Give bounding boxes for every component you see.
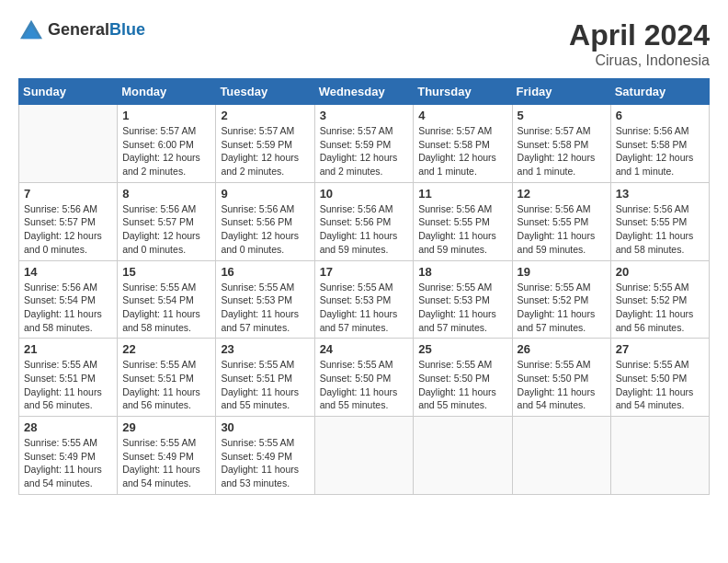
calendar-cell [610, 417, 709, 495]
calendar-cell: 21Sunrise: 5:55 AMSunset: 5:51 PMDayligh… [19, 339, 118, 417]
day-number: 17 [320, 265, 409, 279]
calendar-cell: 12Sunrise: 5:56 AMSunset: 5:55 PMDayligh… [512, 182, 610, 260]
logo: GeneralBlue [18, 18, 145, 40]
day-number: 14 [24, 265, 112, 279]
day-detail: Sunrise: 5:55 AMSunset: 5:51 PMDaylight:… [122, 358, 210, 412]
calendar-cell: 23Sunrise: 5:55 AMSunset: 5:51 PMDayligh… [216, 339, 314, 417]
day-detail: Sunrise: 5:55 AMSunset: 5:54 PMDaylight:… [122, 281, 210, 335]
calendar-cell: 30Sunrise: 5:55 AMSunset: 5:49 PMDayligh… [216, 417, 314, 495]
day-detail: Sunrise: 5:55 AMSunset: 5:49 PMDaylight:… [122, 436, 210, 490]
calendar-cell: 26Sunrise: 5:55 AMSunset: 5:50 PMDayligh… [512, 339, 610, 417]
header-tuesday: Tuesday [216, 79, 314, 105]
calendar-cell: 22Sunrise: 5:55 AMSunset: 5:51 PMDayligh… [118, 339, 216, 417]
day-detail: Sunrise: 5:55 AMSunset: 5:53 PMDaylight:… [221, 281, 309, 335]
day-detail: Sunrise: 5:56 AMSunset: 5:55 PMDaylight:… [518, 202, 606, 257]
day-detail: Sunrise: 5:57 AMSunset: 6:00 PMDaylight:… [122, 124, 210, 178]
day-detail: Sunrise: 5:55 AMSunset: 5:53 PMDaylight:… [320, 281, 409, 335]
calendar-cell: 7Sunrise: 5:56 AMSunset: 5:57 PMDaylight… [19, 182, 118, 260]
title-block: April 2024 Ciruas, Indonesia [569, 18, 710, 69]
calendar-cell: 15Sunrise: 5:55 AMSunset: 5:54 PMDayligh… [118, 260, 216, 339]
header-sunday: Sunday [19, 79, 118, 105]
day-number: 9 [221, 187, 309, 201]
day-number: 22 [122, 342, 210, 356]
day-detail: Sunrise: 5:56 AMSunset: 5:57 PMDaylight:… [24, 202, 112, 257]
calendar-cell: 24Sunrise: 5:55 AMSunset: 5:50 PMDayligh… [314, 339, 414, 417]
calendar-cell: 3Sunrise: 5:57 AMSunset: 5:59 PMDaylight… [314, 105, 414, 183]
header-monday: Monday [118, 79, 216, 105]
day-number: 8 [122, 187, 210, 201]
day-detail: Sunrise: 5:56 AMSunset: 5:58 PMDaylight:… [616, 124, 704, 178]
day-number: 7 [24, 187, 112, 201]
day-number: 26 [518, 342, 606, 356]
day-number: 10 [320, 187, 409, 201]
day-number: 25 [418, 342, 506, 356]
calendar-header: SundayMondayTuesdayWednesdayThursdayFrid… [19, 79, 710, 105]
calendar-cell [19, 105, 118, 183]
week-row-2: 7Sunrise: 5:56 AMSunset: 5:57 PMDaylight… [19, 182, 710, 260]
day-detail: Sunrise: 5:57 AMSunset: 5:59 PMDaylight:… [320, 124, 409, 178]
day-number: 23 [221, 342, 309, 356]
day-detail: Sunrise: 5:56 AMSunset: 5:54 PMDaylight:… [24, 281, 112, 335]
day-number: 3 [320, 109, 409, 122]
calendar-table: SundayMondayTuesdayWednesdayThursdayFrid… [18, 78, 710, 495]
day-number: 15 [122, 265, 210, 279]
day-detail: Sunrise: 5:56 AMSunset: 5:56 PMDaylight:… [320, 202, 409, 257]
week-row-5: 28Sunrise: 5:55 AMSunset: 5:49 PMDayligh… [19, 417, 710, 495]
calendar-cell: 8Sunrise: 5:56 AMSunset: 5:57 PMDaylight… [118, 182, 216, 260]
day-detail: Sunrise: 5:55 AMSunset: 5:50 PMDaylight:… [418, 358, 506, 412]
day-detail: Sunrise: 5:55 AMSunset: 5:51 PMDaylight:… [221, 358, 309, 412]
day-detail: Sunrise: 5:55 AMSunset: 5:49 PMDaylight:… [221, 436, 309, 490]
calendar-cell: 9Sunrise: 5:56 AMSunset: 5:56 PMDaylight… [216, 182, 314, 260]
calendar-cell: 6Sunrise: 5:56 AMSunset: 5:58 PMDaylight… [610, 105, 709, 183]
calendar-cell: 27Sunrise: 5:55 AMSunset: 5:50 PMDayligh… [610, 339, 709, 417]
day-number: 12 [518, 187, 606, 201]
day-detail: Sunrise: 5:55 AMSunset: 5:50 PMDaylight:… [518, 358, 606, 412]
day-detail: Sunrise: 5:56 AMSunset: 5:57 PMDaylight:… [122, 202, 210, 257]
logo-icon [18, 18, 44, 40]
day-number: 20 [616, 265, 704, 279]
calendar-cell [314, 417, 414, 495]
calendar-cell: 25Sunrise: 5:55 AMSunset: 5:50 PMDayligh… [414, 339, 512, 417]
calendar-cell: 5Sunrise: 5:57 AMSunset: 5:58 PMDaylight… [512, 105, 610, 183]
day-number: 11 [418, 187, 506, 201]
day-detail: Sunrise: 5:56 AMSunset: 5:55 PMDaylight:… [616, 202, 704, 257]
calendar-cell: 17Sunrise: 5:55 AMSunset: 5:53 PMDayligh… [314, 260, 414, 339]
calendar-cell [512, 417, 610, 495]
day-detail: Sunrise: 5:55 AMSunset: 5:53 PMDaylight:… [418, 281, 506, 335]
calendar-cell: 13Sunrise: 5:56 AMSunset: 5:55 PMDayligh… [610, 182, 709, 260]
day-detail: Sunrise: 5:55 AMSunset: 5:49 PMDaylight:… [24, 436, 112, 490]
day-detail: Sunrise: 5:56 AMSunset: 5:56 PMDaylight:… [221, 202, 309, 257]
calendar-cell: 4Sunrise: 5:57 AMSunset: 5:58 PMDaylight… [414, 105, 512, 183]
calendar-cell: 29Sunrise: 5:55 AMSunset: 5:49 PMDayligh… [118, 417, 216, 495]
day-number: 16 [221, 265, 309, 279]
calendar-subtitle: Ciruas, Indonesia [569, 52, 710, 69]
day-detail: Sunrise: 5:56 AMSunset: 5:55 PMDaylight:… [418, 202, 506, 257]
day-detail: Sunrise: 5:57 AMSunset: 5:59 PMDaylight:… [221, 124, 309, 178]
day-detail: Sunrise: 5:57 AMSunset: 5:58 PMDaylight:… [518, 124, 606, 178]
calendar-cell: 19Sunrise: 5:55 AMSunset: 5:52 PMDayligh… [512, 260, 610, 339]
calendar-cell: 28Sunrise: 5:55 AMSunset: 5:49 PMDayligh… [19, 417, 118, 495]
calendar-cell: 2Sunrise: 5:57 AMSunset: 5:59 PMDaylight… [216, 105, 314, 183]
header-wednesday: Wednesday [314, 79, 414, 105]
header-thursday: Thursday [414, 79, 512, 105]
day-detail: Sunrise: 5:55 AMSunset: 5:52 PMDaylight:… [518, 281, 606, 335]
header-saturday: Saturday [610, 79, 709, 105]
logo-text: GeneralBlue [48, 20, 145, 40]
day-number: 5 [518, 109, 606, 122]
day-number: 27 [616, 342, 704, 356]
calendar-title: April 2024 [569, 18, 710, 52]
logo-blue: Blue [109, 20, 145, 39]
calendar-cell: 20Sunrise: 5:55 AMSunset: 5:52 PMDayligh… [610, 260, 709, 339]
day-number: 18 [418, 265, 506, 279]
day-number: 24 [320, 342, 409, 356]
calendar-cell [414, 417, 512, 495]
day-detail: Sunrise: 5:55 AMSunset: 5:50 PMDaylight:… [616, 358, 704, 412]
day-number: 29 [122, 420, 210, 434]
day-detail: Sunrise: 5:55 AMSunset: 5:50 PMDaylight:… [320, 358, 409, 412]
header-friday: Friday [512, 79, 610, 105]
day-number: 21 [24, 342, 112, 356]
calendar-cell: 10Sunrise: 5:56 AMSunset: 5:56 PMDayligh… [314, 182, 414, 260]
day-detail: Sunrise: 5:57 AMSunset: 5:58 PMDaylight:… [418, 124, 506, 178]
day-number: 1 [122, 109, 210, 122]
logo-general: General [48, 20, 109, 39]
